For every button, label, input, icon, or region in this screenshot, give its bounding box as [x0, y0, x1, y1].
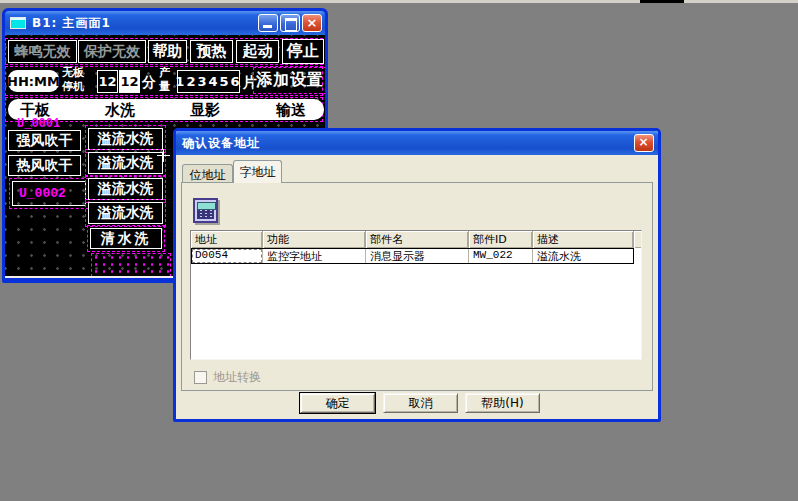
production-line1: 产 [159, 66, 170, 79]
col-header-description[interactable]: 描述 [533, 231, 634, 248]
part-tag-u0002: U_0002 [13, 186, 66, 201]
hmi-button-overflow-wash-2[interactable]: 溢流水洗 [88, 152, 163, 174]
word-address-tab-page: 地址 功能 部件名 部件ID 描述 D0054 监控字地址 消息显示器 MW_0… [181, 182, 653, 391]
col-header-address[interactable]: 地址 [191, 231, 263, 248]
table-header-row: 地址 功能 部件名 部件ID 描述 [191, 231, 641, 248]
confirm-device-address-dialog: 确认设备地址 × 位地址 字地址 地址 功能 部件名 部件ID 描述 D0054… [173, 128, 661, 422]
no-plate-line1: 无板 [62, 66, 84, 79]
screen-icon [10, 17, 26, 29]
hmi-button-overflow-wash-4[interactable]: 溢流水洗 [88, 202, 163, 224]
col-header-part-id[interactable]: 部件ID [469, 231, 533, 248]
calculator-icon[interactable] [193, 198, 218, 223]
section-develop[interactable]: 显影 [190, 101, 220, 120]
hmi-button-add-settings[interactable]: 添加设置 [256, 70, 324, 91]
hmi-label-minutes: 分 [142, 74, 156, 92]
cell-description[interactable]: 溢流水洗 [533, 248, 634, 264]
selection-region [91, 253, 171, 277]
hmi-button-start[interactable]: 起动 [236, 40, 279, 63]
hmi-button-overflow-wash-1[interactable]: 溢流水洗 [88, 128, 163, 150]
editor-window-title: B1: 主画面1 [32, 15, 256, 32]
editor-title-bar[interactable]: B1: 主画面1 × [5, 11, 325, 35]
col-header-filler [634, 231, 642, 248]
hmi-button-preheat[interactable]: 预热 [190, 40, 233, 63]
hmi-button-stop[interactable]: 停止 [282, 39, 324, 64]
hmi-button-hot-air-dry[interactable]: 热风吹干 [8, 155, 81, 176]
minimize-button[interactable] [258, 14, 278, 32]
address-convert-label: 地址转换 [213, 369, 261, 386]
cell-part-name[interactable]: 消息显示器 [366, 248, 469, 264]
hmi-button-buzzer-disable[interactable]: 蜂鸣无效 [8, 40, 77, 63]
part-tag-u0001[interactable]: U_0001 [17, 117, 60, 131]
help-button[interactable]: 帮助(H) [465, 393, 540, 413]
ok-button[interactable]: 确定 [300, 393, 375, 413]
crosshair-cursor-icon [157, 149, 170, 162]
section-wash[interactable]: 水洗 [105, 101, 135, 120]
hmi-button-overflow-wash-3[interactable]: 溢流水洗 [88, 178, 163, 200]
desktop: { "glyphs": { "close": "×" }, "editor": … [0, 0, 798, 501]
dialog-title-bar[interactable]: 确认设备地址 × [176, 131, 658, 155]
hmi-button-help[interactable]: 帮助 [148, 40, 187, 63]
hmi-button-clean-wash[interactable]: 清水洗 [90, 228, 162, 249]
dialog-title: 确认设备地址 [182, 135, 260, 152]
section-transport[interactable]: 输送 [276, 101, 306, 120]
production-line2: 量 [159, 80, 170, 93]
cancel-button[interactable]: 取消 [383, 393, 458, 413]
no-plate-line2: 停机 [62, 80, 84, 93]
col-header-part-name[interactable]: 部件名 [366, 231, 469, 248]
address-convert-checkbox[interactable] [194, 371, 207, 384]
hmi-label-production: 产量 [159, 66, 170, 94]
toolbar-dark-segment [640, 0, 684, 3]
cell-part-id[interactable]: MW_022 [469, 248, 533, 264]
close-icon[interactable]: × [634, 134, 654, 152]
table-row[interactable]: D0054 监控字地址 消息显示器 MW_022 溢流水洗 [191, 248, 634, 264]
hmi-number-field-1[interactable]: 12 [97, 70, 118, 93]
hmi-clock-display[interactable]: HH:MM [8, 70, 59, 92]
address-table[interactable]: 地址 功能 部件名 部件ID 描述 D0054 监控字地址 消息显示器 MW_0… [190, 230, 642, 360]
hmi-counter-display[interactable]: 123456 [177, 70, 240, 93]
hmi-label-no-plate-stop: 无板停机 [62, 66, 84, 94]
top-toolbar-sliver [0, 0, 798, 3]
hmi-number-field-2[interactable]: 12 [119, 70, 140, 93]
part-tag-u0002-box[interactable]: U_0002 [12, 181, 86, 206]
hmi-button-protect-disable[interactable]: 保护无效 [78, 40, 146, 63]
address-convert-checkbox-row: 地址转换 [194, 369, 261, 386]
cell-function[interactable]: 监控字地址 [263, 248, 366, 264]
col-header-function[interactable]: 功能 [263, 231, 366, 248]
tab-bit-address[interactable]: 位地址 [182, 164, 233, 183]
tab-word-address[interactable]: 字地址 [233, 160, 282, 183]
cell-address[interactable]: D0054 [191, 248, 263, 264]
hmi-button-strong-air-dry[interactable]: 强风吹干 [8, 130, 81, 151]
maximize-button[interactable] [280, 14, 300, 32]
hmi-label-pieces: 片 [243, 74, 257, 92]
close-icon[interactable]: × [302, 14, 322, 32]
